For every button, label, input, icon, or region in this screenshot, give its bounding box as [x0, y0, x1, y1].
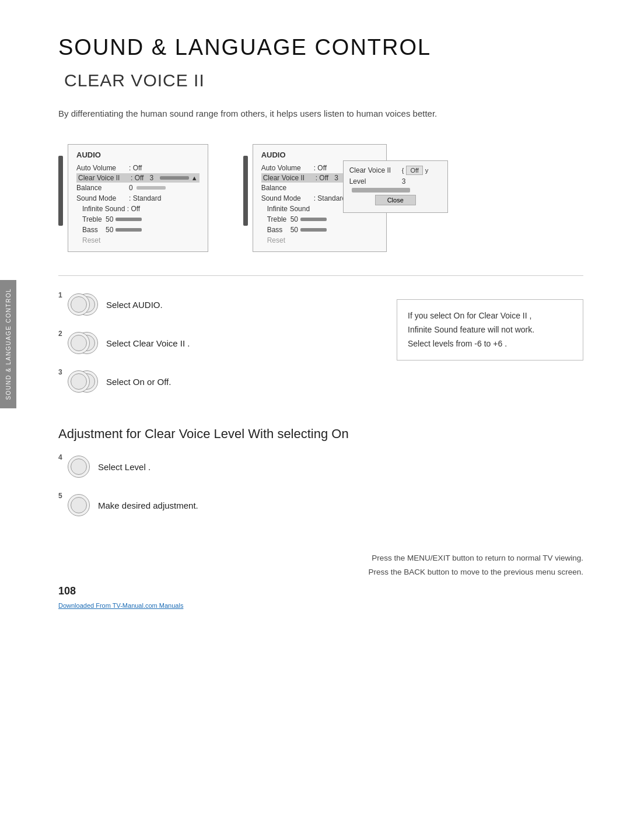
clearvoice-slider [160, 176, 189, 180]
panel2-row-bass: Bass 50 [261, 225, 378, 235]
side-label: SOUND & LANGUAGE CONTROL [5, 288, 12, 400]
adjustment-title: Adjustment for Clear Voice Level With se… [58, 426, 583, 442]
side-label-container: SOUND & LANGUAGE CONTROL [0, 280, 16, 408]
step3-num: 3 [58, 368, 66, 376]
footer-note: Press the MENU/EXIT button to return to … [58, 551, 583, 580]
step-5-row: 5 Make desired adjustment. [58, 494, 583, 516]
balance-slider [136, 186, 166, 190]
step-3-row: 3 Select On or Off. [58, 370, 373, 393]
panel1-sidebar [58, 156, 63, 226]
main-title: SOUND & LANGUAGE CONTROL [58, 35, 583, 60]
panel1-row-balance: Balance 0 [76, 183, 200, 193]
panel1-row-reset: Reset [76, 235, 200, 246]
bass-slider-2 [300, 228, 327, 232]
panel2-sidebar [243, 156, 248, 226]
info-line2: Infinite Sound feature will not work. [408, 323, 572, 337]
panel1-title: AUDIO [76, 150, 200, 159]
page-number: 108 [58, 585, 76, 597]
popup-close-btn[interactable]: Close [375, 195, 416, 205]
footer-line2: Press the BACK button to move to the pre… [58, 565, 583, 579]
popup-level-row: Level 3 [349, 177, 442, 186]
panel1-wrapper: AUDIO Auto Volume : Off Clear Voice II :… [58, 144, 208, 252]
sub-title: CLEAR VOICE II [58, 71, 583, 90]
step2-num: 2 [58, 330, 66, 338]
treble-slider [116, 218, 142, 221]
step-4-row: 4 Select Level . [58, 456, 583, 478]
treble-slider-2 [300, 218, 327, 221]
popup-title-row: Clear Voice II { Off y [349, 166, 442, 175]
popup-title: Clear Voice II [349, 166, 402, 174]
popup-off-btn[interactable]: Off [406, 166, 422, 175]
step1-text: Select AUDIO. [106, 300, 163, 310]
step5-circle [68, 494, 90, 516]
popup-level-label: Level [349, 177, 402, 186]
step4-text: Select Level . [98, 462, 150, 472]
downloaded-link[interactable]: Downloaded From TV-Manual.com Manuals [58, 602, 183, 609]
step5-text: Make desired adjustment. [98, 501, 198, 510]
steps-bottom: 4 Select Level . 5 Make desired adjustme… [58, 456, 583, 516]
panel2-wrapper: AUDIO Auto Volume : Off Clear Voice II :… [243, 144, 387, 252]
panel1-row-infinite: Infinite Sound : Off [76, 204, 200, 214]
step2-circles [68, 332, 98, 354]
clear-voice-popup: Clear Voice II { Off y Level 3 Close [343, 160, 448, 213]
panel2-title: AUDIO [261, 150, 378, 159]
step-2-row: 2 Select Clear Voice II . [58, 332, 373, 354]
bass-slider [116, 228, 142, 232]
info-line3: Select levels from -6 to +6 . [408, 337, 572, 351]
step4-num: 4 [58, 453, 66, 461]
steps-left: 1 Select AUDIO. 2 [58, 293, 373, 409]
info-box: If you select On for Clear Voice II , In… [397, 299, 583, 360]
panel1-row-treble: Treble 50 [76, 214, 200, 225]
info-line1: If you select On for Clear Voice II , [408, 309, 572, 323]
panel1-row-clearvoice: Clear Voice II : Off 3 ▲ [76, 173, 200, 183]
panel1-row-bass: Bass 50 [76, 225, 200, 235]
panel2-row-reset: Reset [261, 235, 378, 246]
step3-circles [68, 370, 98, 393]
step4-circle [68, 456, 90, 478]
audio-panel-1: AUDIO Auto Volume : Off Clear Voice II :… [68, 144, 208, 252]
footer-line1: Press the MENU/EXIT button to return to … [58, 551, 583, 565]
panel1-row-autovol: Auto Volume : Off [76, 163, 200, 173]
panel2-row-treble: Treble 50 [261, 214, 378, 225]
step1-num: 1 [58, 291, 66, 299]
panels-row: AUDIO Auto Volume : Off Clear Voice II :… [58, 144, 583, 252]
step3-text: Select On or Off. [106, 377, 171, 387]
step5-num: 5 [58, 492, 66, 500]
popup-level-slider [349, 188, 442, 192]
step2-text: Select Clear Voice II . [106, 338, 190, 348]
step-1-row: 1 Select AUDIO. [58, 293, 373, 316]
step1-circles [68, 293, 98, 316]
panel2-with-popup: AUDIO Auto Volume : Off Clear Voice II :… [253, 144, 387, 252]
steps-section: 1 Select AUDIO. 2 [58, 293, 583, 409]
panel1-row-soundmode: Sound Mode : Standard [76, 193, 200, 204]
description: By differentiating the human sound range… [58, 107, 583, 121]
popup-level-value: 3 [402, 177, 406, 186]
divider [58, 275, 583, 276]
